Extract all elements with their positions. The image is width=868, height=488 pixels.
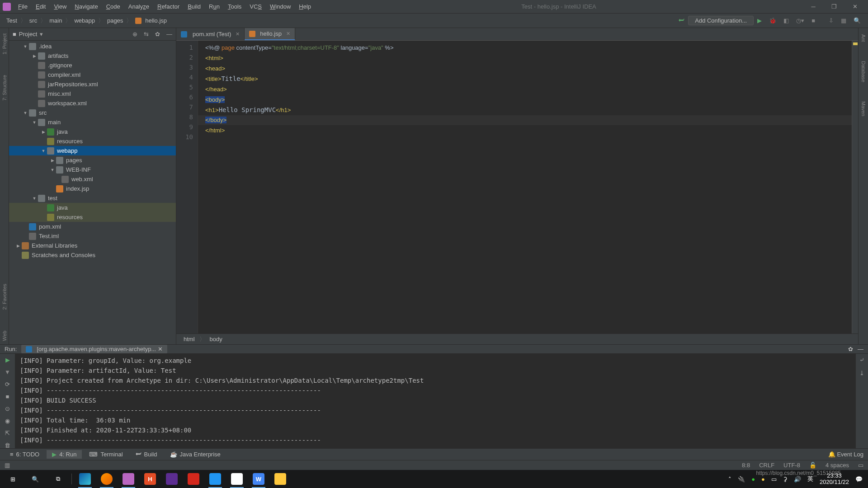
crumb-1[interactable]: src	[29, 17, 37, 24]
system-tray[interactable]: ˄ 🔌 ● ● ▭ ⚳ 🔊 英 23:33 2020/11/22 💬 https…	[728, 473, 866, 485]
tree-misc[interactable]: misc.xml	[48, 90, 71, 97]
tree-external-libs[interactable]: External Libraries	[32, 242, 77, 249]
app-cloud-icon[interactable]	[226, 470, 247, 488]
hide-icon[interactable]: —	[166, 31, 172, 38]
menu-refactor[interactable]: Refactor	[154, 1, 183, 12]
project-structure-icon[interactable]: ▦	[837, 16, 850, 25]
crumb-4[interactable]: pages	[107, 17, 123, 24]
vs-icon[interactable]	[161, 470, 182, 488]
volume-icon[interactable]: 🔊	[794, 476, 801, 483]
tree-pom[interactable]: pom.xml	[39, 223, 61, 230]
stop-icon[interactable]: ⟳	[5, 381, 10, 388]
project-label[interactable]: Project	[19, 31, 37, 38]
tray-icon[interactable]: ●	[751, 476, 755, 483]
delete-icon[interactable]: 🗑	[5, 442, 10, 449]
event-log-button[interactable]: 🔔 Event Log	[828, 451, 863, 458]
tab-pom[interactable]: pom.xml (Test)✕	[176, 28, 245, 40]
tab-todo[interactable]: ≡6: TODO	[5, 450, 45, 459]
coverage-icon[interactable]: ◧	[780, 16, 793, 25]
tree-gitignore[interactable]: .gitignore	[48, 62, 72, 69]
edge-icon[interactable]	[75, 470, 95, 488]
tree-test-res[interactable]: resources	[57, 214, 83, 221]
update-project-icon[interactable]: ⇩	[825, 16, 837, 25]
tab-hello[interactable]: hello.jsp✕	[245, 28, 295, 40]
notifications-icon[interactable]: 💬	[855, 476, 863, 483]
run-icon[interactable]: ▶	[754, 16, 765, 25]
tray-icon[interactable]: 🔌	[738, 476, 745, 483]
tool-database[interactable]: Database	[861, 57, 866, 86]
tab-java-enterprise[interactable]: ☕Java Enterprise	[165, 450, 226, 459]
tool-favorites[interactable]: 2: Favorites	[2, 280, 7, 313]
tree-pages[interactable]: pages	[66, 157, 82, 164]
stop-icon[interactable]: ■	[808, 16, 819, 25]
caret-position[interactable]: 8:8	[742, 462, 750, 469]
app-red-icon[interactable]	[183, 470, 204, 488]
tool-project[interactable]: 1: Project	[2, 30, 7, 58]
tree-scratches[interactable]: Scratches and Consoles	[32, 252, 95, 258]
tree-artifacts[interactable]: artifacts	[48, 52, 69, 59]
minimize-button[interactable]: ─	[803, 0, 824, 14]
tray-icon[interactable]: ●	[761, 476, 765, 483]
tree-indexjsp[interactable]: index.jsp	[66, 185, 89, 192]
task-view-icon[interactable]: ⧉	[47, 470, 69, 488]
tree-iml[interactable]: Test.iml	[39, 233, 59, 239]
build-icon[interactable]: ⮨	[675, 16, 688, 25]
breadcrumb[interactable]: Test〉 src〉 main〉 webapp〉 pages〉 hello.js…	[4, 17, 167, 25]
close-button[interactable]: ✕	[844, 0, 865, 14]
menu-tools[interactable]: Tools	[224, 1, 245, 12]
code-content[interactable]: <%@ page contentType="text/html;charset=…	[198, 41, 852, 333]
menu-code[interactable]: Code	[103, 1, 124, 12]
hide-icon[interactable]: —	[858, 346, 863, 352]
app-h-icon[interactable]: H	[140, 470, 160, 488]
toggle-icon[interactable]: ⊙	[5, 405, 10, 412]
tree-java[interactable]: java	[57, 128, 68, 135]
crumb-5[interactable]: hello.jsp	[145, 17, 167, 24]
profile-icon[interactable]: ◷▾	[793, 16, 808, 25]
tree-compiler[interactable]: compiler.xml	[48, 71, 80, 78]
tree-webapp[interactable]: webapp	[57, 147, 78, 154]
crumb-3[interactable]: webapp	[74, 17, 95, 24]
tab-terminal[interactable]: ⌨Terminal	[84, 450, 128, 459]
tool-ant[interactable]: Ant	[861, 31, 866, 46]
start-button[interactable]: ⊞	[2, 470, 24, 488]
intellij-icon[interactable]	[118, 470, 139, 488]
stop-icon[interactable]: ■	[6, 393, 9, 400]
menu-view[interactable]: View	[50, 1, 70, 12]
scroll-end-icon[interactable]: ⤓	[859, 370, 864, 376]
console-output[interactable]: [INFO] Parameter: groupId, Value: org.ex…	[15, 354, 855, 461]
menu-help[interactable]: Help	[295, 1, 315, 12]
readonly-icon[interactable]: 🔓	[809, 462, 816, 469]
editor-breadcrumb[interactable]: html〉body	[176, 333, 858, 344]
encoding[interactable]: UTF-8	[783, 462, 800, 469]
tool-structure[interactable]: 7: Structure	[2, 71, 7, 104]
tool-maven[interactable]: Maven	[861, 98, 866, 120]
crumb-2[interactable]: main	[49, 17, 62, 24]
menu-edit[interactable]: Edit	[32, 1, 49, 12]
close-icon[interactable]: ✕	[286, 31, 290, 37]
menu-build[interactable]: Build	[184, 1, 204, 12]
tray-icon[interactable]: ▭	[771, 476, 777, 483]
firefox-icon[interactable]	[96, 470, 117, 488]
run-tab[interactable]: [org.apache.maven.plugins:maven-archetyp…	[21, 345, 167, 353]
maximize-button[interactable]: ❐	[824, 0, 844, 14]
tree-idea[interactable]: .idea	[39, 43, 52, 50]
expand-all-icon[interactable]: ⇆	[144, 31, 149, 38]
close-icon[interactable]: ✕	[236, 31, 240, 37]
tree-src[interactable]: src	[39, 109, 47, 116]
tree-webxml[interactable]: web.xml	[71, 176, 93, 183]
debug-icon[interactable]: 🐞	[765, 16, 780, 25]
wifi-icon[interactable]: ⚳	[783, 476, 788, 483]
export-icon[interactable]: ⇱	[5, 430, 10, 436]
tab-build[interactable]: ⮨Build	[130, 450, 163, 459]
project-tree[interactable]: ▼.idea ▶artifacts .gitignore compiler.xm…	[9, 41, 176, 344]
explorer-icon[interactable]	[270, 470, 291, 488]
line-separator[interactable]: CRLF	[759, 462, 774, 469]
rerun-icon[interactable]: ▶	[5, 357, 10, 363]
tree-workspace[interactable]: workspace.xml	[48, 100, 87, 107]
menu-navigate[interactable]: Navigate	[71, 1, 101, 12]
tree-test[interactable]: test	[48, 195, 57, 202]
soft-wrap-icon[interactable]: ⤶	[859, 357, 864, 363]
menu-analyze[interactable]: Analyze	[125, 1, 153, 12]
tree-webinf[interactable]: WEB-INF	[66, 166, 91, 173]
menu-vcs[interactable]: VCS	[246, 1, 265, 12]
